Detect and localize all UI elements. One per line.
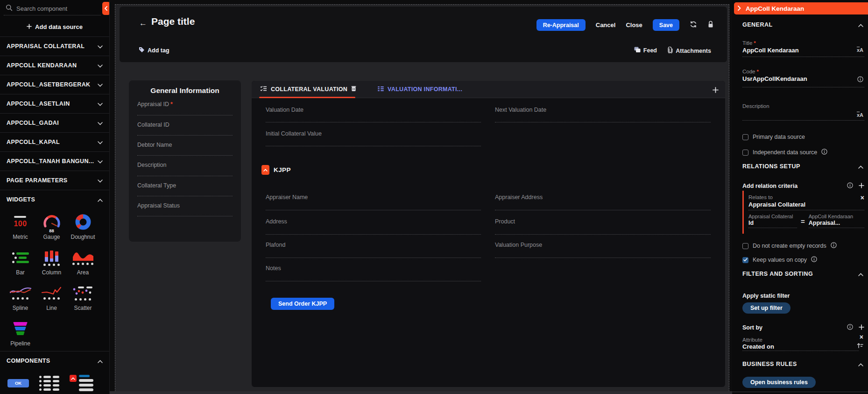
widget-spline[interactable]: Spline bbox=[5, 280, 36, 315]
widget-doughnut[interactable]: Doughnut bbox=[67, 209, 99, 244]
info-icon[interactable] bbox=[821, 148, 827, 157]
product-field[interactable]: Product bbox=[495, 218, 515, 225]
component-search[interactable]: Search component bbox=[0, 0, 109, 17]
send-order-kjpp-button[interactable]: Send Order KJPP bbox=[271, 298, 334, 310]
relation-left-column[interactable]: Appraisal Collateral Id bbox=[748, 214, 797, 228]
notes-field[interactable]: Notes bbox=[266, 265, 281, 272]
sidebar-section-appcoll-gadai[interactable]: APPCOLL_GADAI bbox=[0, 113, 109, 132]
re-appraisal-button[interactable]: Re-Appraisal bbox=[536, 19, 586, 31]
description-field-label: Description bbox=[742, 103, 769, 109]
add-data-source-label: Add data source bbox=[35, 23, 83, 30]
keep-values-on-copy-checkbox[interactable] bbox=[742, 257, 748, 263]
relation-right-column[interactable]: AppColl Kendaraan Appraisal... bbox=[809, 214, 864, 228]
attachments-button[interactable]: Attachments bbox=[668, 47, 711, 55]
sidebar-section-page-parameters[interactable]: PAGE PARAMETERS bbox=[0, 171, 109, 190]
add-tag-button[interactable]: Add tag bbox=[139, 47, 169, 54]
section-business-rules[interactable]: BUSINESS RULES bbox=[742, 360, 863, 368]
add-tab-icon[interactable] bbox=[713, 86, 719, 95]
initial-collateral-value-field[interactable]: Initial Collateral Value bbox=[266, 130, 322, 137]
appraisal-status-field[interactable]: Appraisal Status bbox=[137, 202, 180, 209]
section-relations-setup[interactable]: RELATIONS SETUP bbox=[742, 162, 863, 171]
widget-scatter[interactable]: Scatter bbox=[67, 280, 99, 315]
tab-valuation-information[interactable]: VALUATION INFORMATI... bbox=[378, 85, 462, 93]
lock-icon[interactable] bbox=[707, 21, 714, 30]
code-field-value[interactable]: UsrAppCollKendaraan bbox=[742, 75, 807, 82]
collateral-type-field[interactable]: Collateral Type bbox=[137, 182, 176, 189]
address-field[interactable]: Address bbox=[266, 218, 287, 225]
appraisal-id-field[interactable]: Appraisal ID* bbox=[137, 101, 173, 107]
sidebar-section-widgets[interactable]: WIDGETS bbox=[0, 190, 109, 209]
widget-column[interactable]: Column bbox=[36, 244, 67, 280]
valuation-date-field[interactable]: Valuation Date bbox=[266, 107, 303, 113]
widget-gauge[interactable]: 88 Gauge bbox=[36, 209, 67, 244]
appraiser-name-field[interactable]: Appraiser Name bbox=[266, 194, 308, 201]
remove-sort-icon[interactable]: × bbox=[860, 334, 863, 340]
info-icon[interactable] bbox=[847, 323, 853, 332]
section-filters-and-sorting[interactable]: FILTERS AND SORTING bbox=[742, 270, 863, 278]
component-list[interactable] bbox=[39, 376, 59, 391]
add-sort-icon[interactable] bbox=[859, 323, 864, 332]
widget-bar[interactable]: Bar bbox=[5, 244, 36, 280]
tab-collateral-valuation[interactable]: COLLATERAL VALUATION bbox=[260, 85, 356, 93]
widget-pipeline[interactable]: Pipeline bbox=[5, 315, 36, 351]
open-business-rules-button[interactable]: Open business rules bbox=[742, 377, 816, 388]
section-general[interactable]: GENERAL bbox=[742, 21, 863, 29]
cancel-button[interactable]: Cancel bbox=[596, 21, 616, 29]
title-field-value[interactable]: AppColl Kendaraan bbox=[742, 47, 799, 54]
relates-to-value[interactable]: Appraisal Collateral bbox=[748, 201, 864, 208]
entity-settings-panel: AppColl Kendaraan GENERAL Title* AppColl… bbox=[732, 0, 868, 394]
sidebar-section-appcoll-kendaraan[interactable]: APPCOLL KENDARAAN bbox=[0, 56, 109, 75]
collateral-id-field[interactable]: Collateral ID bbox=[137, 122, 169, 128]
do-not-create-empty-checkbox[interactable] bbox=[742, 243, 748, 249]
sidebar-section-appcoll-asetbergerak[interactable]: APPCOLL_ASETBERGERAK bbox=[0, 75, 109, 94]
localizable-text-icon[interactable]: xA bbox=[857, 47, 863, 53]
search-input[interactable]: Search component bbox=[16, 5, 67, 12]
sidebar-section-appcoll-asetlain[interactable]: APPCOLL_ASETLAIN bbox=[0, 94, 109, 113]
set-up-filter-button[interactable]: Set up filter bbox=[742, 302, 790, 314]
plafond-field[interactable]: Plafond bbox=[266, 242, 285, 248]
primary-data-source-checkbox[interactable] bbox=[742, 134, 748, 140]
app-screen: Search component Add data source APPRAIS… bbox=[0, 0, 868, 394]
sidebar-section-components[interactable]: COMPONENTS bbox=[0, 351, 109, 370]
info-icon[interactable] bbox=[857, 76, 863, 84]
chevron-left-icon bbox=[104, 4, 107, 13]
entity-panel-header[interactable]: AppColl Kendaraan bbox=[734, 2, 868, 14]
refresh-icon[interactable] bbox=[690, 21, 697, 30]
entity-title: AppColl Kendaraan bbox=[746, 5, 804, 12]
delete-tab-icon[interactable] bbox=[351, 85, 356, 93]
sidebar-section-appraisal-collateral[interactable]: APPRAISAL COLLATERAL bbox=[0, 36, 109, 56]
debtor-name-field[interactable]: Debtor Name bbox=[137, 142, 172, 148]
save-button[interactable]: Save bbox=[653, 19, 679, 31]
info-icon[interactable] bbox=[847, 182, 853, 190]
description-field[interactable]: Description bbox=[137, 162, 167, 168]
localizable-text-icon[interactable]: xA bbox=[857, 112, 863, 118]
close-button[interactable]: Close bbox=[626, 21, 642, 29]
page-title: Page title bbox=[151, 16, 195, 27]
sidebar-section-appcoll-tanah-bangunan[interactable]: APPCOLL_TANAH BANGUN... bbox=[0, 151, 109, 171]
sort-attribute-value[interactable]: Created on bbox=[742, 343, 774, 350]
info-icon[interactable] bbox=[831, 242, 837, 250]
chevron-down-icon bbox=[98, 157, 103, 165]
add-data-source-button[interactable]: Add data source bbox=[0, 17, 109, 36]
info-icon[interactable] bbox=[811, 256, 817, 264]
chevron-up-icon bbox=[858, 21, 863, 29]
sort-direction-icon[interactable] bbox=[857, 342, 863, 351]
back-button[interactable]: ← bbox=[139, 19, 147, 28]
component-expansion-panel[interactable] bbox=[70, 375, 93, 391]
keep-values-on-copy-row: Keep values on copy bbox=[742, 256, 817, 264]
collapse-kjpp-button[interactable] bbox=[261, 165, 269, 175]
widget-area[interactable]: Area bbox=[67, 244, 99, 280]
appraiser-address-field[interactable]: Appraiser Address bbox=[495, 194, 543, 201]
component-button[interactable]: OK bbox=[7, 379, 29, 387]
feed-button[interactable]: Feed bbox=[634, 47, 657, 54]
sidebar-collapse-button[interactable] bbox=[102, 2, 109, 15]
widget-line[interactable]: Line bbox=[36, 280, 67, 315]
remove-relation-icon[interactable]: × bbox=[861, 194, 864, 201]
independent-data-source-checkbox[interactable] bbox=[742, 150, 748, 156]
widget-metric[interactable]: 100 Metric bbox=[5, 209, 36, 244]
valuation-purpose-field[interactable]: Valuation Purpose bbox=[495, 242, 542, 248]
add-relation-icon[interactable] bbox=[859, 182, 864, 190]
independent-data-source-row: Independent data source bbox=[742, 148, 827, 157]
sidebar-section-appcoll-kapal[interactable]: APPCOLL_KAPAL bbox=[0, 132, 109, 151]
next-valuation-date-field[interactable]: Next Valuation Date bbox=[495, 107, 546, 113]
